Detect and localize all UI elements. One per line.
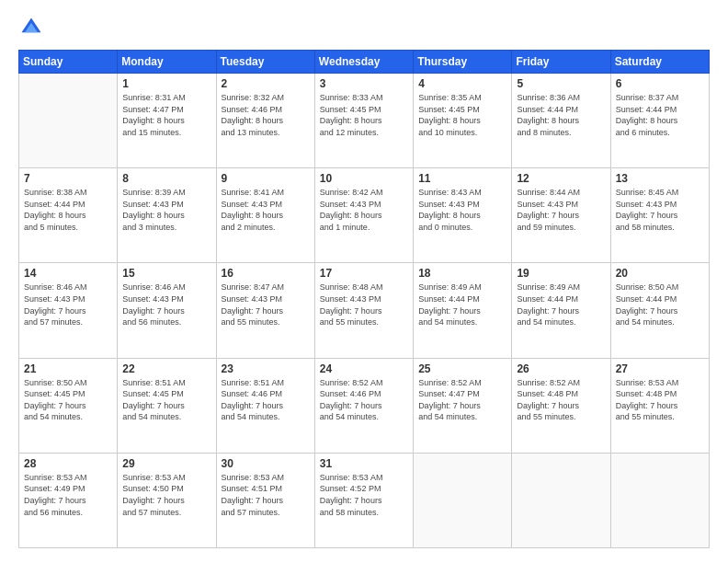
calendar-week-row: 1Sunrise: 8:31 AM Sunset: 4:47 PM Daylig… <box>19 74 710 168</box>
cell-info: Sunrise: 8:50 AM Sunset: 4:44 PM Dayligh… <box>616 282 704 327</box>
cell-info: Sunrise: 8:50 AM Sunset: 4:45 PM Dayligh… <box>24 377 112 423</box>
day-number: 6 <box>616 77 704 90</box>
day-number: 9 <box>222 172 310 185</box>
calendar-cell: 8Sunrise: 8:39 AM Sunset: 4:43 PM Daylig… <box>118 168 216 263</box>
day-number: 1 <box>122 77 210 90</box>
cell-info: Sunrise: 8:51 AM Sunset: 4:45 PM Dayligh… <box>122 377 210 423</box>
cell-info: Sunrise: 8:49 AM Sunset: 4:44 PM Dayligh… <box>418 282 506 327</box>
cell-info: Sunrise: 8:38 AM Sunset: 4:44 PM Dayligh… <box>24 187 112 233</box>
day-number: 28 <box>24 457 112 470</box>
calendar-cell: 25Sunrise: 8:52 AM Sunset: 4:47 PM Dayli… <box>414 358 512 453</box>
page: SundayMondayTuesdayWednesdayThursdayFrid… <box>0 0 728 563</box>
calendar-cell: 23Sunrise: 8:51 AM Sunset: 4:46 PM Dayli… <box>216 358 314 453</box>
calendar-cell: 2Sunrise: 8:32 AM Sunset: 4:46 PM Daylig… <box>216 74 314 168</box>
cell-info: Sunrise: 8:33 AM Sunset: 4:45 PM Dayligh… <box>320 92 408 138</box>
header <box>18 15 710 40</box>
calendar-header-wednesday: Wednesday <box>314 51 413 74</box>
logo-icon <box>18 15 44 40</box>
calendar-week-row: 21Sunrise: 8:50 AM Sunset: 4:45 PM Dayli… <box>19 358 710 453</box>
logo <box>18 15 48 40</box>
day-number: 19 <box>517 267 605 280</box>
day-number: 20 <box>616 267 704 280</box>
calendar-cell: 6Sunrise: 8:37 AM Sunset: 4:44 PM Daylig… <box>610 74 709 168</box>
calendar-cell: 19Sunrise: 8:49 AM Sunset: 4:44 PM Dayli… <box>512 263 610 358</box>
day-number: 29 <box>122 457 210 470</box>
day-number: 14 <box>24 267 112 280</box>
day-number: 8 <box>122 172 210 185</box>
day-number: 7 <box>24 172 112 185</box>
calendar-header-thursday: Thursday <box>414 51 512 74</box>
cell-info: Sunrise: 8:44 AM Sunset: 4:43 PM Dayligh… <box>517 187 605 233</box>
calendar-week-row: 14Sunrise: 8:46 AM Sunset: 4:43 PM Dayli… <box>19 263 710 358</box>
cell-info: Sunrise: 8:52 AM Sunset: 4:46 PM Dayligh… <box>320 377 408 423</box>
calendar-cell <box>19 74 118 168</box>
day-number: 26 <box>517 362 605 375</box>
calendar-header-monday: Monday <box>118 51 216 74</box>
calendar-cell: 15Sunrise: 8:46 AM Sunset: 4:43 PM Dayli… <box>118 263 216 358</box>
cell-info: Sunrise: 8:42 AM Sunset: 4:43 PM Dayligh… <box>320 187 408 233</box>
day-number: 13 <box>616 172 704 185</box>
calendar-cell: 17Sunrise: 8:48 AM Sunset: 4:43 PM Dayli… <box>314 263 413 358</box>
calendar-header-sunday: Sunday <box>19 51 118 74</box>
calendar-cell: 22Sunrise: 8:51 AM Sunset: 4:45 PM Dayli… <box>118 358 216 453</box>
cell-info: Sunrise: 8:41 AM Sunset: 4:43 PM Dayligh… <box>222 187 310 233</box>
day-number: 27 <box>616 362 704 375</box>
calendar-cell <box>512 453 610 547</box>
calendar-cell: 10Sunrise: 8:42 AM Sunset: 4:43 PM Dayli… <box>314 168 413 263</box>
day-number: 22 <box>122 362 210 375</box>
calendar-cell: 24Sunrise: 8:52 AM Sunset: 4:46 PM Dayli… <box>314 358 413 453</box>
day-number: 23 <box>222 362 310 375</box>
calendar-cell: 1Sunrise: 8:31 AM Sunset: 4:47 PM Daylig… <box>118 74 216 168</box>
day-number: 2 <box>222 77 310 90</box>
calendar-cell: 16Sunrise: 8:47 AM Sunset: 4:43 PM Dayli… <box>216 263 314 358</box>
cell-info: Sunrise: 8:48 AM Sunset: 4:43 PM Dayligh… <box>320 282 408 327</box>
day-number: 18 <box>418 267 506 280</box>
day-number: 12 <box>517 172 605 185</box>
cell-info: Sunrise: 8:45 AM Sunset: 4:43 PM Dayligh… <box>616 187 704 233</box>
day-number: 5 <box>517 77 605 90</box>
calendar-cell <box>414 453 512 547</box>
calendar-cell <box>610 453 709 547</box>
day-number: 17 <box>320 267 408 280</box>
calendar-table: SundayMondayTuesdayWednesdayThursdayFrid… <box>18 50 710 548</box>
cell-info: Sunrise: 8:46 AM Sunset: 4:43 PM Dayligh… <box>24 282 112 327</box>
calendar-cell: 4Sunrise: 8:35 AM Sunset: 4:45 PM Daylig… <box>414 74 512 168</box>
cell-info: Sunrise: 8:53 AM Sunset: 4:51 PM Dayligh… <box>222 472 310 518</box>
calendar-cell: 26Sunrise: 8:52 AM Sunset: 4:48 PM Dayli… <box>512 358 610 453</box>
calendar-cell: 28Sunrise: 8:53 AM Sunset: 4:49 PM Dayli… <box>19 453 118 547</box>
calendar-cell: 14Sunrise: 8:46 AM Sunset: 4:43 PM Dayli… <box>19 263 118 358</box>
calendar-week-row: 28Sunrise: 8:53 AM Sunset: 4:49 PM Dayli… <box>19 453 710 547</box>
day-number: 25 <box>418 362 506 375</box>
calendar-cell: 5Sunrise: 8:36 AM Sunset: 4:44 PM Daylig… <box>512 74 610 168</box>
calendar-cell: 9Sunrise: 8:41 AM Sunset: 4:43 PM Daylig… <box>216 168 314 263</box>
calendar-cell: 31Sunrise: 8:53 AM Sunset: 4:52 PM Dayli… <box>314 453 413 547</box>
cell-info: Sunrise: 8:31 AM Sunset: 4:47 PM Dayligh… <box>122 92 210 138</box>
cell-info: Sunrise: 8:53 AM Sunset: 4:49 PM Dayligh… <box>24 472 112 518</box>
calendar-cell: 29Sunrise: 8:53 AM Sunset: 4:50 PM Dayli… <box>118 453 216 547</box>
calendar-cell: 12Sunrise: 8:44 AM Sunset: 4:43 PM Dayli… <box>512 168 610 263</box>
calendar-cell: 21Sunrise: 8:50 AM Sunset: 4:45 PM Dayli… <box>19 358 118 453</box>
cell-info: Sunrise: 8:51 AM Sunset: 4:46 PM Dayligh… <box>222 377 310 423</box>
calendar-cell: 11Sunrise: 8:43 AM Sunset: 4:43 PM Dayli… <box>414 168 512 263</box>
cell-info: Sunrise: 8:46 AM Sunset: 4:43 PM Dayligh… <box>122 282 210 327</box>
cell-info: Sunrise: 8:32 AM Sunset: 4:46 PM Dayligh… <box>222 92 310 138</box>
cell-info: Sunrise: 8:37 AM Sunset: 4:44 PM Dayligh… <box>616 92 704 138</box>
day-number: 10 <box>320 172 408 185</box>
day-number: 16 <box>222 267 310 280</box>
cell-info: Sunrise: 8:36 AM Sunset: 4:44 PM Dayligh… <box>517 92 605 138</box>
calendar-cell: 30Sunrise: 8:53 AM Sunset: 4:51 PM Dayli… <box>216 453 314 547</box>
calendar-cell: 27Sunrise: 8:53 AM Sunset: 4:48 PM Dayli… <box>610 358 709 453</box>
day-number: 31 <box>320 457 408 470</box>
day-number: 4 <box>418 77 506 90</box>
calendar-cell: 20Sunrise: 8:50 AM Sunset: 4:44 PM Dayli… <box>610 263 709 358</box>
cell-info: Sunrise: 8:52 AM Sunset: 4:48 PM Dayligh… <box>517 377 605 423</box>
calendar-header-friday: Friday <box>512 51 610 74</box>
calendar-cell: 3Sunrise: 8:33 AM Sunset: 4:45 PM Daylig… <box>314 74 413 168</box>
calendar-cell: 18Sunrise: 8:49 AM Sunset: 4:44 PM Dayli… <box>414 263 512 358</box>
day-number: 30 <box>222 457 310 470</box>
cell-info: Sunrise: 8:53 AM Sunset: 4:48 PM Dayligh… <box>616 377 704 423</box>
cell-info: Sunrise: 8:35 AM Sunset: 4:45 PM Dayligh… <box>418 92 506 138</box>
cell-info: Sunrise: 8:49 AM Sunset: 4:44 PM Dayligh… <box>517 282 605 327</box>
cell-info: Sunrise: 8:53 AM Sunset: 4:52 PM Dayligh… <box>320 472 408 518</box>
cell-info: Sunrise: 8:43 AM Sunset: 4:43 PM Dayligh… <box>418 187 506 233</box>
